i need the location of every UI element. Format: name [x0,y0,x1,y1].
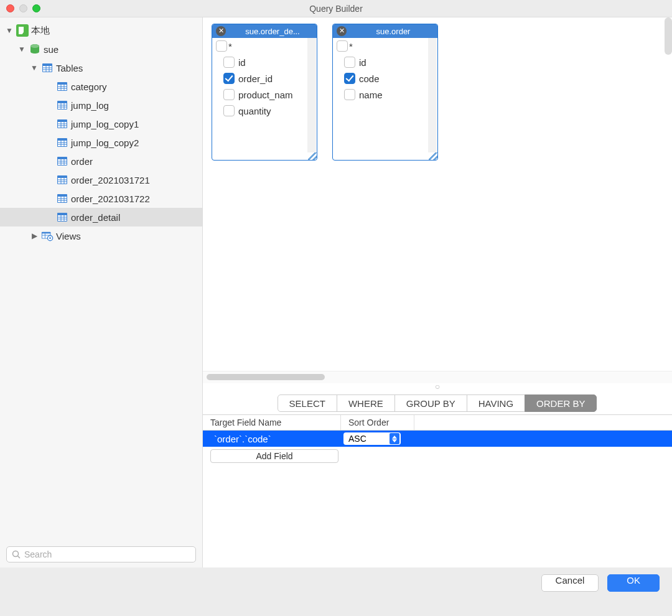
window-title: Query Builder [0,4,672,14]
grid-header: Target Field Name Sort Order [203,414,672,431]
column-row[interactable]: * [212,38,317,54]
table-icon [56,192,68,205]
svg-rect-27 [58,141,67,146]
column-checkbox[interactable] [344,89,355,100]
titlebar: Query Builder [0,0,672,17]
object-tree: ▼ 本地 ▼ sue ▼ Tables categoryjump_logjump… [0,17,202,543]
cancel-button[interactable]: Cancel [541,574,599,592]
column-row[interactable]: quantity [212,103,317,119]
table-icon [56,99,68,111]
column-checkbox[interactable] [344,73,355,84]
table-view[interactable]: ✕sue.order_de...*idorder_idproduct_namqu… [212,24,317,161]
cell-sort-order[interactable]: ASC [341,432,414,445]
clause-tabs: SELECTWHEREGROUP BYHAVINGORDER BY [203,394,672,414]
close-icon[interactable]: ✕ [337,26,347,36]
column-row[interactable]: * [333,38,437,54]
disclosure-icon[interactable]: ▼ [17,45,26,54]
svg-rect-3 [43,66,52,72]
sidebar-table-order_2021031722[interactable]: order_2021031722 [0,189,202,208]
column-row[interactable]: id [333,54,437,70]
column-row[interactable]: code [333,70,437,86]
add-field-button[interactable]: Add Field [210,449,338,463]
scrollbar-vertical[interactable] [665,17,672,55]
sidebar-table-order_2021031721[interactable]: order_2021031721 [0,170,202,189]
column-checkbox[interactable] [344,57,355,68]
sort-order-select[interactable]: ASC [343,432,401,445]
column-row[interactable]: order_id [212,70,317,86]
column-header-sort[interactable]: Sort Order [341,415,414,430]
disclosure-icon[interactable]: ▼ [30,63,39,72]
tab-order-by[interactable]: ORDER BY [525,394,597,412]
column-checkbox[interactable] [223,57,235,68]
diagram-canvas[interactable]: ✕sue.order_de...*idorder_idproduct_namqu… [203,17,672,371]
table-view[interactable]: ✕sue.order*idcodename [332,24,438,161]
column-name: code [359,73,380,84]
close-icon[interactable]: ✕ [216,26,226,36]
table-icon [56,155,68,167]
views-node[interactable]: ▶ Views [0,226,202,245]
table-view-body: *idcodename [333,38,437,160]
tables-node[interactable]: ▼ Tables [0,58,202,77]
column-checkbox[interactable] [223,73,235,84]
table-icon [56,118,68,130]
dialog-footer: Cancel OK [0,567,672,599]
sidebar-table-jump_log_copy2[interactable]: jump_log_copy2 [0,133,202,152]
resize-handle-icon[interactable] [308,152,317,160]
grid-body: `order`.`code` ASC Add Field [203,431,672,567]
table-label: order_2021031721 [71,175,150,185]
ok-button[interactable]: OK [607,574,660,592]
sidebar-table-order[interactable]: order [0,152,202,170]
column-checkbox[interactable] [223,105,235,116]
column-header-target[interactable]: Target Field Name [203,415,341,430]
database-node[interactable]: ▼ sue [0,40,202,58]
svg-rect-21 [58,122,67,128]
column-row[interactable]: name [333,86,437,103]
disclosure-icon[interactable]: ▼ [5,26,14,35]
table-view-header[interactable]: ✕sue.order [333,24,437,38]
scrollbar-vertical[interactable] [428,38,437,152]
tab-select[interactable]: SELECT [278,394,337,412]
column-row[interactable]: product_nam [212,86,317,103]
cell-target-field[interactable]: `order`.`code` [203,434,341,444]
sidebar-table-jump_log_copy1[interactable]: jump_log_copy1 [0,114,202,133]
svg-rect-33 [58,159,67,165]
svg-rect-51 [58,215,67,221]
column-header-spacer [414,415,672,430]
table-view-body: *idorder_idproduct_namquantity [212,38,317,160]
svg-rect-15 [58,103,67,109]
disclosure-icon[interactable]: ▶ [30,231,39,240]
tab-having[interactable]: HAVING [467,394,525,412]
builder-panel: ✕sue.order_de...*idorder_idproduct_namqu… [203,17,672,567]
connection-node[interactable]: ▼ 本地 [0,21,202,40]
tables-icon [41,62,54,74]
column-name: id [359,57,366,68]
sidebar-table-jump_log[interactable]: jump_log [0,96,202,114]
table-icon [56,211,68,223]
table-icon [56,174,68,186]
table-label: order_2021031722 [71,194,150,204]
table-label: category [71,82,107,92]
svg-rect-9 [58,85,67,90]
grid-row[interactable]: `order`.`code` ASC [203,431,672,447]
tab-group-by[interactable]: GROUP BY [394,394,467,412]
column-checkbox[interactable] [216,40,227,52]
column-name: * [228,41,232,52]
table-view-header[interactable]: ✕sue.order_de... [212,24,317,38]
column-name: product_nam [238,90,293,100]
column-checkbox[interactable] [337,40,348,52]
resize-handle-icon[interactable] [429,152,437,160]
sidebar-table-category[interactable]: category [0,77,202,96]
sidebar-table-order_detail[interactable]: order_detail [0,208,202,226]
table-icon [56,136,68,149]
column-checkbox[interactable] [223,89,235,100]
table-label: jump_log_copy2 [71,138,139,148]
connection-icon [16,24,29,37]
scrollbar-horizontal[interactable] [203,371,672,383]
column-name: quantity [238,106,271,116]
column-row[interactable]: id [212,54,317,70]
scrollbar-vertical[interactable] [307,38,316,152]
tab-where[interactable]: WHERE [337,394,395,412]
svg-point-62 [13,551,19,557]
column-name: id [238,57,246,68]
search-input[interactable]: Search [6,546,196,562]
